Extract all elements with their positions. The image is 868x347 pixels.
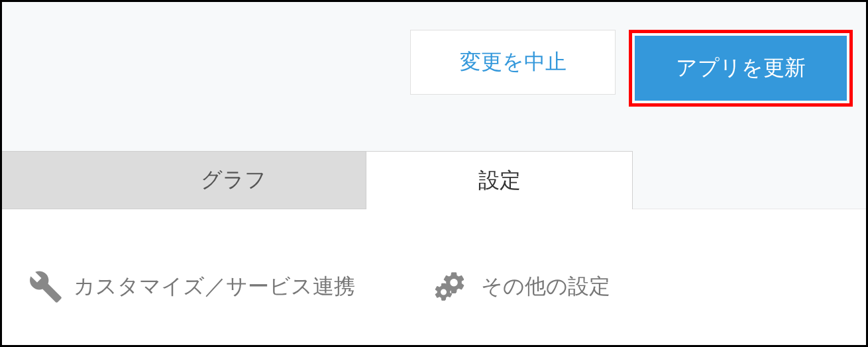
app-settings-panel: 変更を中止 アプリを更新 グラフ 設定 カスタマイズ／サービス連携 bbox=[0, 0, 868, 347]
customize-label: カスタマイズ／サービス連携 bbox=[74, 272, 355, 301]
header-actions: 変更を中止 アプリを更新 bbox=[2, 2, 866, 151]
update-button-highlight: アプリを更新 bbox=[629, 30, 853, 107]
update-app-button[interactable]: アプリを更新 bbox=[635, 36, 847, 101]
tab-spacer bbox=[2, 151, 101, 209]
settings-content: カスタマイズ／サービス連携 その他の設定 bbox=[2, 209, 866, 305]
tab-trailing-space bbox=[633, 151, 866, 209]
tab-graph-label: グラフ bbox=[201, 166, 266, 195]
tab-settings-label: 設定 bbox=[478, 166, 521, 195]
other-settings-label: その他の設定 bbox=[481, 272, 610, 301]
tab-settings[interactable]: 設定 bbox=[366, 151, 633, 209]
wrench-icon bbox=[28, 270, 63, 304]
cancel-button[interactable]: 変更を中止 bbox=[410, 30, 616, 95]
gears-icon bbox=[435, 269, 470, 305]
cancel-button-label: 変更を中止 bbox=[460, 48, 567, 77]
customize-link[interactable]: カスタマイズ／サービス連携 bbox=[28, 269, 355, 305]
update-button-label: アプリを更新 bbox=[676, 54, 806, 83]
other-settings-link[interactable]: その他の設定 bbox=[435, 269, 610, 305]
tab-graph[interactable]: グラフ bbox=[101, 151, 366, 209]
tabs-bar: グラフ 設定 bbox=[2, 151, 866, 209]
